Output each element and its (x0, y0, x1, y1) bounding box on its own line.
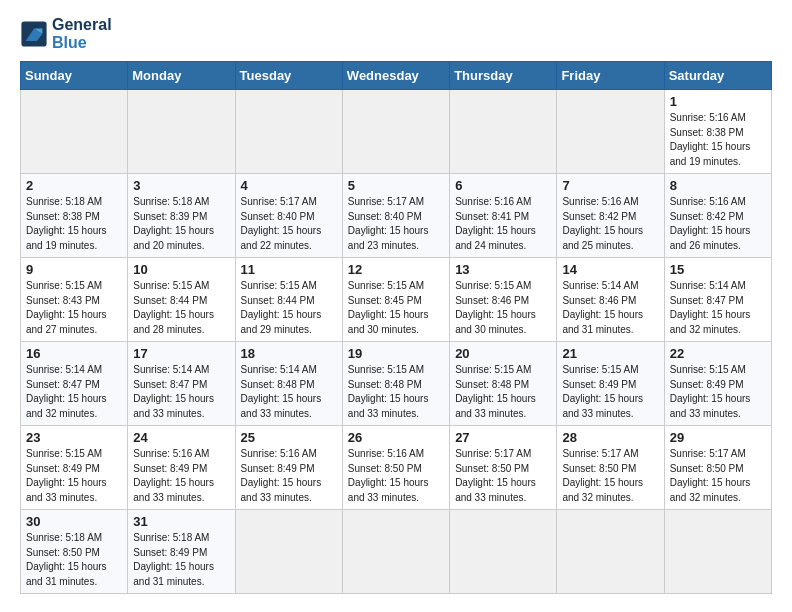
day-number: 29 (670, 430, 766, 445)
day-info: Sunrise: 5:17 AM Sunset: 8:50 PM Dayligh… (455, 447, 551, 505)
calendar-cell: 6Sunrise: 5:16 AM Sunset: 8:41 PM Daylig… (450, 174, 557, 258)
page: General Blue SundayMondayTuesdayWednesda… (0, 0, 792, 610)
calendar-week-row: 16Sunrise: 5:14 AM Sunset: 8:47 PM Dayli… (21, 342, 772, 426)
day-number: 14 (562, 262, 658, 277)
calendar-cell: 18Sunrise: 5:14 AM Sunset: 8:48 PM Dayli… (235, 342, 342, 426)
calendar-header-row: SundayMondayTuesdayWednesdayThursdayFrid… (21, 62, 772, 90)
day-number: 23 (26, 430, 122, 445)
calendar-cell: 24Sunrise: 5:16 AM Sunset: 8:49 PM Dayli… (128, 426, 235, 510)
calendar-day-header: Monday (128, 62, 235, 90)
calendar-cell: 5Sunrise: 5:17 AM Sunset: 8:40 PM Daylig… (342, 174, 449, 258)
calendar-week-row: 30Sunrise: 5:18 AM Sunset: 8:50 PM Dayli… (21, 510, 772, 594)
calendar-day-header: Thursday (450, 62, 557, 90)
day-info: Sunrise: 5:18 AM Sunset: 8:50 PM Dayligh… (26, 531, 122, 589)
day-info: Sunrise: 5:14 AM Sunset: 8:47 PM Dayligh… (26, 363, 122, 421)
calendar-cell: 19Sunrise: 5:15 AM Sunset: 8:48 PM Dayli… (342, 342, 449, 426)
calendar-cell: 31Sunrise: 5:18 AM Sunset: 8:49 PM Dayli… (128, 510, 235, 594)
day-number: 28 (562, 430, 658, 445)
day-number: 22 (670, 346, 766, 361)
day-number: 21 (562, 346, 658, 361)
day-number: 11 (241, 262, 337, 277)
calendar-cell (557, 510, 664, 594)
day-number: 15 (670, 262, 766, 277)
day-number: 20 (455, 346, 551, 361)
calendar-cell: 28Sunrise: 5:17 AM Sunset: 8:50 PM Dayli… (557, 426, 664, 510)
calendar-day-header: Sunday (21, 62, 128, 90)
day-info: Sunrise: 5:16 AM Sunset: 8:49 PM Dayligh… (133, 447, 229, 505)
day-info: Sunrise: 5:14 AM Sunset: 8:47 PM Dayligh… (133, 363, 229, 421)
calendar-week-row: 9Sunrise: 5:15 AM Sunset: 8:43 PM Daylig… (21, 258, 772, 342)
day-number: 12 (348, 262, 444, 277)
calendar-cell: 12Sunrise: 5:15 AM Sunset: 8:45 PM Dayli… (342, 258, 449, 342)
day-info: Sunrise: 5:14 AM Sunset: 8:46 PM Dayligh… (562, 279, 658, 337)
day-number: 24 (133, 430, 229, 445)
calendar-cell: 26Sunrise: 5:16 AM Sunset: 8:50 PM Dayli… (342, 426, 449, 510)
calendar-cell: 30Sunrise: 5:18 AM Sunset: 8:50 PM Dayli… (21, 510, 128, 594)
calendar-day-header: Saturday (664, 62, 771, 90)
calendar-cell: 29Sunrise: 5:17 AM Sunset: 8:50 PM Dayli… (664, 426, 771, 510)
calendar-cell: 1Sunrise: 5:16 AM Sunset: 8:38 PM Daylig… (664, 90, 771, 174)
logo-icon (20, 20, 48, 48)
calendar-cell (557, 90, 664, 174)
calendar-cell (235, 510, 342, 594)
day-info: Sunrise: 5:16 AM Sunset: 8:49 PM Dayligh… (241, 447, 337, 505)
calendar-cell: 20Sunrise: 5:15 AM Sunset: 8:48 PM Dayli… (450, 342, 557, 426)
calendar-day-header: Friday (557, 62, 664, 90)
day-number: 1 (670, 94, 766, 109)
day-info: Sunrise: 5:14 AM Sunset: 8:48 PM Dayligh… (241, 363, 337, 421)
day-number: 26 (348, 430, 444, 445)
calendar-cell: 15Sunrise: 5:14 AM Sunset: 8:47 PM Dayli… (664, 258, 771, 342)
day-number: 18 (241, 346, 337, 361)
day-info: Sunrise: 5:15 AM Sunset: 8:46 PM Dayligh… (455, 279, 551, 337)
calendar-cell: 16Sunrise: 5:14 AM Sunset: 8:47 PM Dayli… (21, 342, 128, 426)
calendar-cell: 13Sunrise: 5:15 AM Sunset: 8:46 PM Dayli… (450, 258, 557, 342)
calendar-day-header: Tuesday (235, 62, 342, 90)
day-number: 5 (348, 178, 444, 193)
day-info: Sunrise: 5:15 AM Sunset: 8:48 PM Dayligh… (455, 363, 551, 421)
day-info: Sunrise: 5:16 AM Sunset: 8:42 PM Dayligh… (562, 195, 658, 253)
day-number: 13 (455, 262, 551, 277)
calendar-day-header: Wednesday (342, 62, 449, 90)
day-info: Sunrise: 5:17 AM Sunset: 8:50 PM Dayligh… (562, 447, 658, 505)
calendar-cell: 23Sunrise: 5:15 AM Sunset: 8:49 PM Dayli… (21, 426, 128, 510)
calendar-cell: 27Sunrise: 5:17 AM Sunset: 8:50 PM Dayli… (450, 426, 557, 510)
calendar-cell: 7Sunrise: 5:16 AM Sunset: 8:42 PM Daylig… (557, 174, 664, 258)
day-info: Sunrise: 5:18 AM Sunset: 8:49 PM Dayligh… (133, 531, 229, 589)
day-number: 16 (26, 346, 122, 361)
day-number: 25 (241, 430, 337, 445)
day-number: 10 (133, 262, 229, 277)
day-info: Sunrise: 5:15 AM Sunset: 8:44 PM Dayligh… (133, 279, 229, 337)
calendar-cell: 10Sunrise: 5:15 AM Sunset: 8:44 PM Dayli… (128, 258, 235, 342)
day-number: 31 (133, 514, 229, 529)
calendar-cell: 21Sunrise: 5:15 AM Sunset: 8:49 PM Dayli… (557, 342, 664, 426)
calendar-cell: 17Sunrise: 5:14 AM Sunset: 8:47 PM Dayli… (128, 342, 235, 426)
logo-text: General Blue (52, 16, 112, 51)
day-info: Sunrise: 5:18 AM Sunset: 8:39 PM Dayligh… (133, 195, 229, 253)
day-info: Sunrise: 5:15 AM Sunset: 8:49 PM Dayligh… (26, 447, 122, 505)
day-number: 7 (562, 178, 658, 193)
day-info: Sunrise: 5:16 AM Sunset: 8:41 PM Dayligh… (455, 195, 551, 253)
calendar-cell (235, 90, 342, 174)
calendar-cell: 11Sunrise: 5:15 AM Sunset: 8:44 PM Dayli… (235, 258, 342, 342)
calendar-cell (450, 90, 557, 174)
day-info: Sunrise: 5:18 AM Sunset: 8:38 PM Dayligh… (26, 195, 122, 253)
calendar-week-row: 23Sunrise: 5:15 AM Sunset: 8:49 PM Dayli… (21, 426, 772, 510)
day-number: 4 (241, 178, 337, 193)
logo: General Blue (20, 16, 112, 51)
day-info: Sunrise: 5:15 AM Sunset: 8:49 PM Dayligh… (670, 363, 766, 421)
calendar-cell (664, 510, 771, 594)
day-info: Sunrise: 5:15 AM Sunset: 8:44 PM Dayligh… (241, 279, 337, 337)
calendar-cell (342, 90, 449, 174)
day-number: 8 (670, 178, 766, 193)
calendar-cell: 8Sunrise: 5:16 AM Sunset: 8:42 PM Daylig… (664, 174, 771, 258)
day-info: Sunrise: 5:15 AM Sunset: 8:43 PM Dayligh… (26, 279, 122, 337)
calendar-week-row: 1Sunrise: 5:16 AM Sunset: 8:38 PM Daylig… (21, 90, 772, 174)
calendar-cell (342, 510, 449, 594)
calendar-table: SundayMondayTuesdayWednesdayThursdayFrid… (20, 61, 772, 594)
day-info: Sunrise: 5:17 AM Sunset: 8:40 PM Dayligh… (241, 195, 337, 253)
calendar-week-row: 2Sunrise: 5:18 AM Sunset: 8:38 PM Daylig… (21, 174, 772, 258)
day-number: 27 (455, 430, 551, 445)
calendar-cell (450, 510, 557, 594)
calendar-cell: 4Sunrise: 5:17 AM Sunset: 8:40 PM Daylig… (235, 174, 342, 258)
calendar-cell (128, 90, 235, 174)
